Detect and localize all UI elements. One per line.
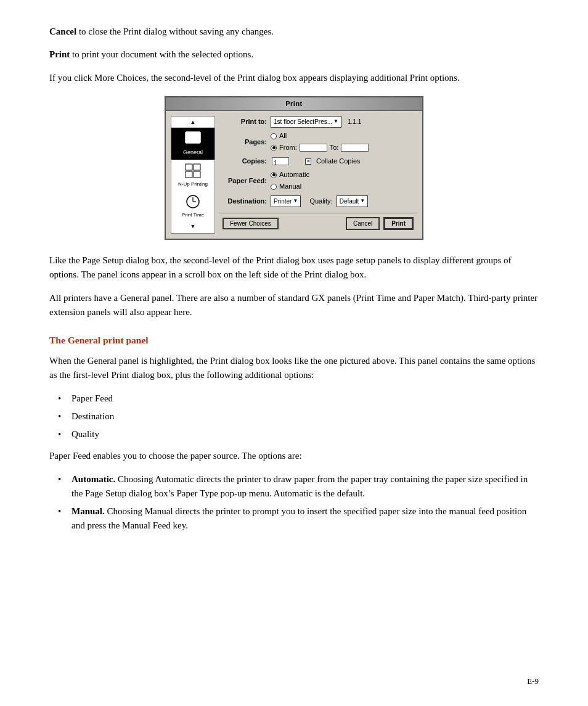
print-text: to print your document with the selected… <box>70 49 253 59</box>
panel-icon-printtime[interactable]: Print Time <box>171 191 214 221</box>
dialog-box: Print ▲ <box>165 96 423 240</box>
print-label: Print <box>49 49 70 59</box>
quality-label: Quality: <box>309 196 332 207</box>
pages-all-label: All <box>279 131 287 141</box>
pages-to-input[interactable] <box>341 144 369 152</box>
pages-from-row: From: To: <box>271 142 369 153</box>
bullet-paper-feed: Paper Feed <box>69 392 539 406</box>
quality-dropdown[interactable]: Default ▼ <box>337 195 369 208</box>
paper-auto-row: Automatic <box>271 170 309 180</box>
cancel-button[interactable]: Cancel <box>346 217 380 230</box>
panel-icons-list: ▲ General <box>171 116 215 234</box>
destination-value: Printer <box>274 197 292 207</box>
dest-quality-row: Destination: Printer ▼ Quality: Default … <box>219 195 417 208</box>
print-to-label: Print to: <box>219 117 267 127</box>
print-to-dropdown[interactable]: 1st floor SelectPres... ▼ <box>271 116 341 128</box>
panel-icon-nup[interactable]: N-Up Printing <box>171 160 214 191</box>
copies-input[interactable]: 1 <box>272 157 289 165</box>
general-panel-paragraph: When the General panel is highlighted, t… <box>49 354 539 383</box>
dropdown-arrow: ▼ <box>333 118 338 125</box>
pages-from-radio[interactable] <box>271 145 277 151</box>
dialog-options: Print to: 1st floor SelectPres... ▼ 1.1.… <box>219 116 417 234</box>
cancel-label: Cancel <box>49 27 76 36</box>
quality-value: Default <box>340 197 359 207</box>
paper-feed-enables-paragraph: Paper Feed enables you to choose the pap… <box>49 449 539 463</box>
bullet-manual: Manual. Choosing Manual directs the prin… <box>69 504 539 533</box>
dialog-buttons: Fewer Choices Cancel Print <box>219 213 417 234</box>
all-printers-paragraph: All printers have a General panel. There… <box>49 291 539 320</box>
nup-label: N-Up Printing <box>178 181 208 188</box>
printtime-label: Print Time <box>182 211 204 219</box>
pages-label: Pages: <box>219 137 267 147</box>
copies-row: Copies: 1 ✕ Collate Copies <box>219 156 417 166</box>
print-to-value: 1st floor SelectPres... <box>274 117 332 127</box>
svg-rect-7 <box>194 164 200 170</box>
general-label: General <box>183 149 203 157</box>
destination-dropdown[interactable]: Printer ▼ <box>271 195 301 208</box>
paper-auto-radio[interactable] <box>271 172 277 178</box>
svg-rect-9 <box>194 171 200 178</box>
cancel-paragraph: Cancel to close the Print dialog without… <box>49 25 539 39</box>
paper-manual-label: Manual <box>279 181 301 192</box>
paper-feed-radio-group: Automatic Manual <box>271 170 309 192</box>
print-paragraph: Print to print your document with the se… <box>49 47 539 62</box>
paper-manual-row: Manual <box>271 181 309 192</box>
pages-radio-group: All From: To: <box>271 131 369 153</box>
printtime-icon <box>183 193 203 210</box>
paper-feed-label: Paper Feed: <box>219 176 267 186</box>
version-label: 1.1.1 <box>348 117 361 127</box>
pages-to-label: To: <box>330 142 339 153</box>
panel-icon-general[interactable]: General <box>171 128 214 160</box>
fewer-choices-button[interactable]: Fewer Choices <box>223 218 279 229</box>
general-icon <box>183 130 203 147</box>
nup-icon <box>183 162 203 179</box>
copies-label: Copies: <box>219 156 267 166</box>
svg-rect-8 <box>186 171 192 178</box>
bullet-destination: Destination <box>69 409 539 424</box>
pages-from-label: From: <box>279 142 297 153</box>
manual-bold: Manual. <box>71 506 105 516</box>
print-button[interactable]: Print <box>383 217 414 230</box>
pages-row: Pages: All From: To: <box>219 131 417 153</box>
print-dialog-image: Print ▲ <box>49 96 539 240</box>
cancel-text: to close the Print dialog without saving… <box>76 27 274 36</box>
dest-arrow: ▼ <box>293 197 298 205</box>
paper-manual-radio[interactable] <box>271 184 277 190</box>
automatic-bold: Automatic. <box>71 474 115 484</box>
collate-label: Collate Copies <box>316 156 361 166</box>
dialog-body: ▲ General <box>166 111 422 239</box>
bullet-automatic: Automatic. Choosing Automatic directs th… <box>69 472 539 501</box>
quality-arrow: ▼ <box>360 197 365 205</box>
destination-label: Destination: <box>219 196 267 207</box>
paper-feed-options-list: Automatic. Choosing Automatic directs th… <box>69 472 539 533</box>
pages-from-input[interactable] <box>300 144 327 152</box>
options-bullet-list: Paper Feed Destination Quality <box>69 392 539 442</box>
svg-rect-6 <box>186 164 192 170</box>
general-section-heading: The General print panel <box>49 333 539 348</box>
manual-text: Choosing Manual directs the printer to p… <box>71 506 526 530</box>
dialog-titlebar: Print <box>166 97 422 111</box>
paper-feed-row: Paper Feed: Automatic Manual <box>219 170 417 192</box>
collate-checkbox[interactable]: ✕ <box>305 158 311 165</box>
automatic-text: Choosing Automatic directs the printer t… <box>71 474 528 498</box>
pages-all-row: All <box>271 131 369 141</box>
paper-auto-label: Automatic <box>279 170 309 180</box>
bullet-quality: Quality <box>69 427 539 441</box>
pages-all-radio[interactable] <box>271 133 277 139</box>
like-page-setup-paragraph: Like the Page Setup dialog box, the seco… <box>49 253 539 282</box>
more-choices-paragraph: If you click More Choices, the second-le… <box>49 71 539 85</box>
print-to-row: Print to: 1st floor SelectPres... ▼ 1.1.… <box>219 116 417 128</box>
